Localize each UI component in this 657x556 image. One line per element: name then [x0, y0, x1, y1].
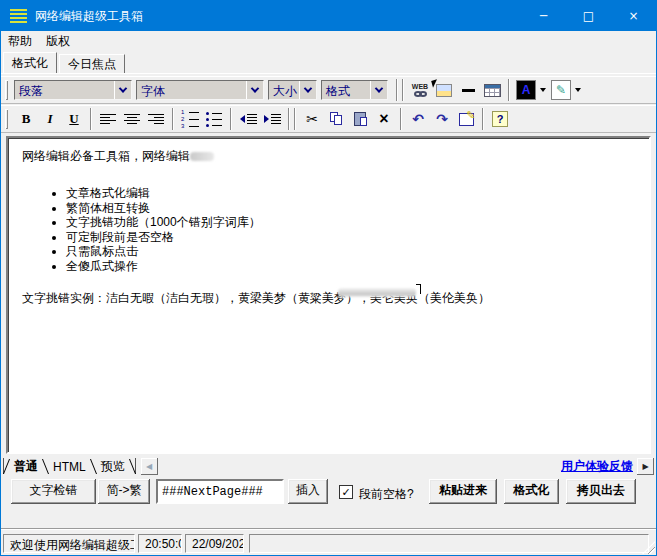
copy-button[interactable] [325, 108, 347, 130]
chevron-down-icon[interactable] [246, 81, 263, 99]
toolbar-separator [400, 108, 402, 130]
edit-properties-button[interactable]: ✎ [455, 108, 477, 130]
copy-out-button[interactable]: 拷贝出去 [566, 479, 636, 504]
image-icon [436, 84, 452, 97]
tab-html[interactable]: HTML [46, 459, 93, 474]
menu-copyright[interactable]: 版权 [39, 31, 77, 52]
italic-button[interactable]: I [39, 108, 61, 130]
format-tab-page: 段落 字体 大小 格式 WEB [1, 73, 656, 525]
outdent-icon [240, 114, 257, 124]
align-right-button[interactable] [145, 108, 167, 130]
window-title: 网络编辑超级工具箱 [35, 8, 143, 25]
font-color-button[interactable]: A [515, 79, 537, 101]
size-combobox[interactable]: 大小 [268, 80, 317, 100]
insert-hr-button[interactable] [457, 79, 479, 101]
highlight-pen-button[interactable]: ✎ [550, 79, 572, 101]
edit-document-icon: ✎ [459, 113, 474, 126]
weblink-icon: WEB [412, 83, 428, 97]
tab-preview[interactable]: 预览 [94, 457, 132, 475]
outdent-button[interactable] [237, 108, 259, 130]
chevron-down-icon[interactable] [299, 81, 316, 99]
list-item: 繁简体相互转换 [66, 201, 649, 216]
list-item: 只需鼠标点击 [66, 244, 649, 259]
status-message: 欢迎使用网络编辑超级工具箱 [3, 534, 135, 553]
maximize-button[interactable]: □ [566, 1, 611, 31]
bullet-list-button[interactable] [203, 108, 225, 130]
editor-textarea[interactable]: 网络编辑必备工具箱，网络编辑 文章格式化编辑 繁简体相互转换 文字挑错功能（10… [6, 136, 651, 454]
redo-button[interactable]: ↷ [431, 108, 453, 130]
paste-icon [354, 112, 366, 126]
delete-button[interactable]: × [373, 108, 395, 130]
list-item: 文字挑错功能（1000个错别字词库） [66, 215, 649, 230]
bold-button[interactable]: B [15, 108, 37, 130]
nextpage-input[interactable] [156, 479, 284, 504]
insert-table-button[interactable] [481, 79, 503, 101]
paste-in-button[interactable]: 粘贴进来 [429, 479, 497, 504]
statusbar: 欢迎使用网络编辑超级工具箱 20:50:04 22/09/2025 [1, 532, 656, 555]
list-item: 全傻瓜式操作 [66, 259, 649, 274]
align-center-icon [124, 114, 140, 124]
typo-example-text: 文字挑错实例：洁白无暇（洁白无瑕），黄梁美梦（黄粱美梦），美仑美奂（美伦美奂） [22, 290, 649, 307]
feedback-link[interactable]: 用户体验反馈 [561, 458, 633, 475]
help-button[interactable]: ? [489, 108, 511, 130]
redacted-mark [416, 284, 421, 294]
undo-button[interactable]: ↶ [407, 108, 429, 130]
simplified-to-traditional-button[interactable]: 简->繁 [98, 479, 150, 504]
font-color-dropdown-arrow[interactable] [540, 88, 546, 92]
align-right-icon [148, 114, 164, 124]
toolbar-separator [230, 108, 232, 130]
tab-format[interactable]: 格式化 [3, 52, 57, 73]
bottom-tabstrip: 普通 HTML 预览 ◀ 用户体验反馈 ▶ [1, 456, 656, 476]
font-combobox[interactable]: 字体 [136, 80, 264, 100]
titlebar: 网络编辑超级工具箱 ─ □ × [1, 1, 656, 31]
close-button[interactable]: × [611, 1, 656, 31]
paste-button[interactable] [349, 108, 371, 130]
minimize-button[interactable]: ─ [521, 1, 566, 31]
toolbar-separator [288, 108, 290, 130]
redacted-smudge [190, 152, 214, 161]
toolbar-separator [90, 108, 92, 130]
bullet-list-icon [206, 112, 222, 127]
checkmark-icon: ✓ [341, 487, 350, 498]
tab-scroll-right-button[interactable]: ▶ [637, 458, 654, 475]
toolbar-separator [294, 108, 296, 130]
toolbar-grip[interactable] [5, 80, 8, 100]
font-color-icon: A [516, 80, 536, 100]
chevron-down-icon[interactable] [114, 81, 131, 99]
style-combobox-value: 格式 [322, 81, 370, 99]
tab-scroll-left-button[interactable]: ◀ [141, 458, 158, 475]
insert-button[interactable]: 插入 [288, 479, 328, 504]
feature-list: 文章格式化编辑 繁简体相互转换 文字挑错功能（1000个错别字词库） 可定制段前… [52, 186, 649, 273]
format-button[interactable]: 格式化 [504, 479, 559, 504]
insert-weblink-button[interactable]: WEB [409, 79, 431, 101]
toolbar-separator [508, 79, 510, 101]
chevron-down-icon[interactable] [370, 81, 387, 99]
style-combobox[interactable]: 格式 [321, 80, 388, 100]
indent-button[interactable] [261, 108, 283, 130]
insert-image-button[interactable] [433, 79, 455, 101]
ordered-list-icon: 1 2 3 [181, 110, 199, 128]
format-toolbar: 段落 字体 大小 格式 WEB [1, 76, 656, 104]
align-center-button[interactable] [121, 108, 143, 130]
table-icon [484, 84, 501, 97]
indent-icon [264, 114, 281, 124]
cut-button[interactable]: ✂ [301, 108, 323, 130]
underline-button[interactable]: U [63, 108, 85, 130]
space-before-checkbox[interactable]: ✓ [339, 485, 353, 499]
app-icon [10, 9, 27, 24]
highlight-dropdown-arrow[interactable] [575, 88, 581, 92]
toolbar-grip[interactable] [5, 109, 8, 129]
editor-intro-text: 网络编辑必备工具箱，网络编辑 [22, 149, 190, 163]
ordered-list-button[interactable]: 1 2 3 [179, 108, 201, 130]
list-item: 文章格式化编辑 [66, 186, 649, 201]
tab-normal[interactable]: 普通 [7, 457, 45, 475]
menu-help[interactable]: 帮助 [1, 31, 39, 52]
paragraph-combobox[interactable]: 段落 [14, 80, 132, 100]
tab-today-focus[interactable]: 今日焦点 [59, 54, 125, 73]
toolbar-separator [396, 79, 398, 101]
status-empty-panel [249, 534, 649, 553]
check-text-button[interactable]: 文字检错 [11, 479, 96, 504]
align-left-button[interactable] [97, 108, 119, 130]
toolbar-separator [172, 108, 174, 130]
status-divider [1, 528, 656, 530]
